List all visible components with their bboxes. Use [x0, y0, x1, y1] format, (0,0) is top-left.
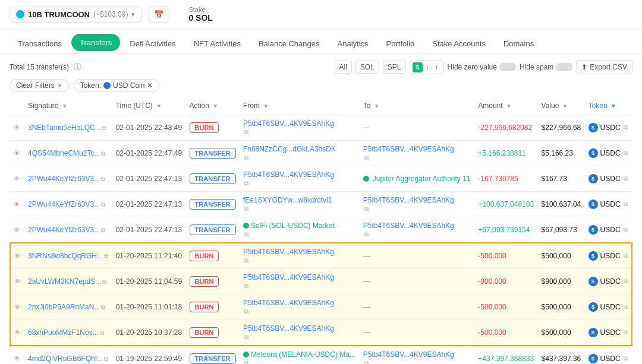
eye-icon[interactable]: 👁 — [14, 355, 20, 362]
from-address-link[interactable]: P5tb4T6SBV...4KV9ESAhKg — [243, 299, 356, 307]
signature-link[interactable]: 2PWu44KeYfZr63V3... — [28, 226, 100, 234]
tab-stake[interactable]: Stake Accounts — [424, 35, 494, 52]
external-link-icon[interactable]: ⧉ — [624, 201, 628, 208]
from-address-link[interactable]: fEe1SXYGDYw...w8xdrctvi1 — [243, 196, 356, 204]
eye-icon[interactable]: 👁 — [14, 303, 21, 311]
to-address-link[interactable]: P5tb4T6SBV...4KV9ESAhKg — [363, 221, 471, 230]
from-address-link[interactable]: Fn68NZzCCg...dGkLA3hsDK — [243, 145, 356, 153]
to-address-link[interactable]: P5tb4T6SBV...4KV9ESAhKg — [363, 196, 471, 204]
tab-portfolio[interactable]: Portfolio — [378, 35, 423, 52]
copy-icon[interactable]: ⧉ — [101, 176, 105, 182]
sort-down-button[interactable]: ↓ — [424, 62, 432, 72]
signature-link[interactable]: 3NEbTamu5eHoLQC... — [28, 124, 101, 132]
token-selector[interactable]: 10B TRUMCOON (~$103.09) ▾ — [10, 7, 141, 23]
from-copy-icon[interactable]: ⧉ — [244, 283, 248, 289]
copy-icon[interactable]: ⧉ — [101, 227, 105, 233]
time-sort-icon[interactable]: ▼ — [156, 103, 162, 109]
hide-spam-toggle[interactable]: Hide spam — [520, 63, 572, 71]
copy-icon[interactable]: ⧉ — [102, 125, 106, 131]
from-copy-icon[interactable]: ⧉ — [244, 257, 248, 264]
from-copy-icon[interactable]: ⧉ — [244, 129, 248, 135]
signature-link[interactable]: 2PWu44KeYfZr63V3... — [28, 200, 100, 208]
copy-icon[interactable]: ⧉ — [104, 253, 108, 259]
from-copy-icon[interactable]: ⧉ — [244, 180, 248, 186]
token-chip-x-icon[interactable]: ✕ — [147, 81, 153, 90]
to-address-link[interactable]: P5tb4T6SBV...4KV9ESAhKg — [363, 145, 471, 153]
external-link-icon[interactable]: ⧉ — [624, 303, 628, 311]
external-link-icon[interactable]: ⧉ — [624, 150, 628, 157]
tab-balance[interactable]: Balance Changes — [250, 35, 328, 52]
tab-domains[interactable]: Domains — [495, 35, 542, 52]
amount-sort-icon[interactable]: ▼ — [506, 103, 512, 109]
eye-icon[interactable]: 👁 — [14, 329, 21, 336]
from-address-link[interactable]: P5tb4T6SBV...4KV9ESAhKg — [243, 324, 356, 333]
from-copy-icon[interactable]: ⧉ — [244, 231, 248, 238]
signature-link[interactable]: 2PWu44KeYfZr63V3... — [28, 175, 100, 183]
all-filter-button[interactable]: All — [335, 61, 352, 74]
from-copy-icon[interactable]: ⧉ — [244, 205, 248, 212]
copy-icon[interactable]: ⧉ — [101, 304, 105, 311]
tab-transfers[interactable]: Transfers — [71, 34, 120, 51]
sort-both-button[interactable]: ⇅ — [413, 62, 423, 72]
signature-link[interactable]: 68xnPuoMMzF1Nos... — [28, 328, 99, 337]
clear-filters-x-icon[interactable]: ✕ — [57, 82, 62, 90]
from-address-link[interactable]: P5tb4T6SBV...4KV9ESAhKg — [243, 248, 356, 256]
signature-link[interactable]: 4QS54MbneCMu2Tc... — [28, 149, 100, 157]
sig-sort-icon[interactable]: ▼ — [62, 103, 68, 109]
to-copy-icon[interactable]: ⧉ — [364, 360, 369, 364]
from-protocol-link[interactable]: SolFi (SOL-USDC) Market — [243, 221, 356, 230]
signature-link[interactable]: 2nxJj0bP5A9RoMaN... — [28, 303, 100, 311]
value-sort-icon[interactable]: ▼ — [562, 103, 568, 109]
from-sort-icon[interactable]: ▼ — [263, 103, 269, 109]
signature-link[interactable]: 2aUvLWM3KN7epdS... — [28, 277, 101, 286]
external-link-icon[interactable]: ⧉ — [624, 175, 628, 182]
eye-icon[interactable]: 👁 — [14, 252, 21, 259]
eye-icon[interactable]: 👁 — [14, 226, 20, 233]
from-copy-icon[interactable]: ⧉ — [244, 360, 248, 364]
tab-analytics[interactable]: Analytics — [329, 35, 377, 52]
eye-icon[interactable]: 👁 — [14, 150, 20, 157]
to-protocol-link[interactable]: Jupiter Aggregator Authority 11 — [363, 175, 471, 183]
from-address-link[interactable]: P5tb4T6SBV...4KV9ESAhKg — [243, 273, 356, 281]
calendar-button[interactable]: 📅 — [149, 7, 169, 23]
external-link-icon[interactable]: ⧉ — [624, 226, 628, 233]
external-link-icon[interactable]: ⧉ — [624, 252, 628, 259]
to-copy-icon[interactable]: ⧉ — [364, 231, 369, 238]
eye-icon[interactable]: 👁 — [14, 124, 20, 131]
copy-icon[interactable]: ⧉ — [101, 201, 105, 208]
external-link-icon[interactable]: ⧉ — [624, 278, 628, 285]
sort-up-button[interactable]: ↑ — [433, 62, 441, 72]
export-csv-button[interactable]: ⬆ Export CSV — [576, 60, 632, 74]
tab-transactions[interactable]: Transactions — [10, 35, 70, 52]
external-link-icon[interactable]: ⧉ — [624, 355, 628, 362]
clear-filters-chip[interactable]: Clear Filters ✕ — [10, 79, 69, 92]
tab-defi[interactable]: Defi Activities — [121, 35, 184, 52]
hide-spam-toggle-switch[interactable] — [556, 63, 572, 71]
to-address-link[interactable]: P5tb4T6SBV...4KV9ESAhKg — [363, 350, 471, 359]
spl-filter-button[interactable]: SPL — [383, 61, 406, 74]
from-copy-icon[interactable]: ⧉ — [244, 334, 248, 340]
to-copy-icon[interactable]: ⧉ — [364, 154, 369, 161]
signature-link[interactable]: 3NRNs8w8hcQqRGH... — [28, 252, 103, 260]
sol-filter-button[interactable]: SOL — [355, 61, 379, 74]
external-link-icon[interactable]: ⧉ — [624, 124, 628, 131]
to-copy-icon[interactable]: ⧉ — [364, 205, 369, 212]
copy-icon[interactable]: ⧉ — [104, 356, 108, 362]
eye-icon[interactable]: 👁 — [14, 175, 20, 182]
token-sort-icon[interactable]: ▼ — [610, 103, 616, 109]
from-copy-icon[interactable]: ⧉ — [244, 154, 248, 161]
from-protocol-link[interactable]: Meteora (MELANIA-USDC) Ma... — [243, 350, 356, 359]
from-copy-icon[interactable]: ⧉ — [244, 308, 248, 315]
signature-link[interactable]: 4md2QiVRuGB6FQhf... — [28, 354, 103, 363]
from-address-link[interactable]: P5tb4T6SBV...4KV9ESAhKg — [243, 170, 356, 179]
eye-icon[interactable]: 👁 — [14, 201, 20, 208]
tab-nft[interactable]: NFT Activities — [185, 35, 249, 52]
external-link-icon[interactable]: ⧉ — [624, 329, 628, 336]
copy-icon[interactable]: ⧉ — [102, 278, 106, 285]
hide-zero-toggle[interactable]: Hide zero value — [448, 63, 516, 71]
eye-icon[interactable]: 👁 — [14, 278, 21, 285]
hide-zero-toggle-switch[interactable] — [499, 63, 516, 71]
action-sort-icon[interactable]: ▼ — [212, 103, 218, 109]
copy-icon[interactable]: ⧉ — [100, 330, 104, 336]
to-sort-icon[interactable]: ▼ — [374, 103, 380, 109]
